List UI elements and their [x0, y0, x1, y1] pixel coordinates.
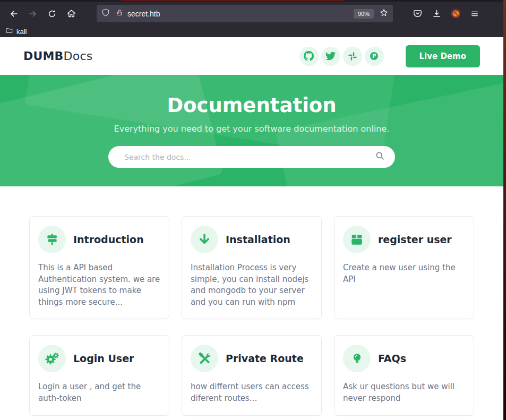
live-demo-button[interactable]: Live Demo: [406, 45, 480, 67]
docs-search: [108, 146, 395, 168]
navbar-right: P Live Demo: [299, 45, 480, 67]
doc-cards-grid: Introduction This is a API based Authent…: [0, 186, 503, 416]
twitter-icon[interactable]: [321, 47, 340, 66]
gears-icon: [38, 345, 66, 372]
card-title: Login User: [73, 353, 134, 364]
card-header: Private Route: [191, 345, 313, 372]
back-button[interactable]: [5, 5, 22, 22]
tools-icon: [191, 345, 218, 372]
card-title: Installation: [226, 234, 290, 245]
download-icon[interactable]: [428, 5, 445, 22]
card-title: register user: [378, 234, 452, 245]
card-header: Login User: [38, 345, 161, 372]
producthunt-icon[interactable]: P: [365, 47, 384, 66]
doc-card[interactable]: Introduction This is a API based Authent…: [29, 216, 169, 319]
extension-disabled-icon[interactable]: [447, 5, 464, 22]
card-title: Introduction: [73, 234, 144, 245]
signpost-icon: [38, 226, 66, 253]
card-title: Private Route: [226, 353, 304, 364]
home-button[interactable]: [63, 5, 80, 22]
browser-window: secret.htb 90% kali: [0, 0, 503, 420]
card-header: register user: [343, 226, 466, 253]
card-body: Create a new user using the API: [343, 262, 466, 285]
card-body: Login a user , and get the auth-token: [38, 381, 161, 404]
reload-button[interactable]: [44, 5, 61, 22]
card-body: Installation Process is very simple, you…: [191, 262, 313, 308]
doc-card[interactable]: Login User Login a user , and get the au…: [29, 335, 169, 415]
bookmark-label: kali: [16, 28, 27, 36]
bulb-icon: [343, 345, 371, 372]
card-title: FAQs: [378, 353, 406, 364]
site-navbar: DUMBDocs P Live Demo: [0, 37, 503, 75]
pocket-icon[interactable]: [409, 5, 426, 22]
card-header: FAQs: [343, 345, 466, 372]
insecure-lock-icon[interactable]: [115, 8, 124, 20]
search-input[interactable]: [124, 153, 374, 161]
card-body: how differnt users can access diferent r…: [191, 381, 313, 404]
download-arrow-icon: [191, 226, 218, 253]
url-text[interactable]: secret.htb: [127, 10, 354, 18]
card-body: This is a API based Authentication syste…: [38, 262, 161, 308]
box-icon: [343, 226, 371, 253]
shield-icon[interactable]: [101, 8, 110, 20]
page-viewport: DUMBDocs P Live Demo Documentation Every…: [0, 37, 503, 420]
url-bar[interactable]: secret.htb 90%: [97, 5, 393, 22]
menu-icon[interactable]: [466, 5, 483, 22]
search-icon[interactable]: [374, 150, 385, 164]
folder-icon: [5, 27, 13, 36]
card-header: Installation: [191, 226, 313, 253]
page-subtitle: Everything you need to get your software…: [114, 124, 390, 134]
bookmark-kali[interactable]: kali: [5, 27, 27, 36]
github-icon[interactable]: [299, 47, 319, 66]
logo-light: Docs: [64, 49, 93, 63]
social-links: P: [299, 47, 384, 66]
doc-card[interactable]: Installation Installation Process is ver…: [182, 216, 322, 319]
toolbar-right: [408, 5, 484, 22]
card-header: Introduction: [38, 226, 161, 253]
hero-section: Documentation Everything you need to get…: [0, 75, 503, 186]
browser-toolbar: secret.htb 90%: [0, 2, 503, 25]
slack-icon[interactable]: [343, 47, 362, 66]
page-title: Documentation: [167, 94, 336, 117]
bookmarks-bar: kali: [0, 25, 503, 37]
bookmark-star-icon[interactable]: [379, 8, 389, 20]
doc-card[interactable]: FAQs Ask ur questions but we will never …: [334, 335, 474, 415]
desktop-wallpaper-edge: [503, 0, 506, 420]
zoom-level-badge[interactable]: 90%: [354, 9, 374, 19]
tab-edge-highlight: [121, 0, 344, 1]
card-body: Ask ur questions but we will never respo…: [343, 381, 466, 404]
forward-button[interactable]: [24, 5, 41, 22]
tabstrip-edge: [0, 0, 503, 2]
doc-card[interactable]: register user Create a new user using th…: [334, 216, 474, 319]
site-logo[interactable]: DUMBDocs: [23, 49, 92, 63]
logo-bold: DUMB: [23, 49, 64, 63]
svg-text:P: P: [372, 53, 376, 59]
doc-card[interactable]: Private Route how differnt users can acc…: [182, 335, 322, 415]
